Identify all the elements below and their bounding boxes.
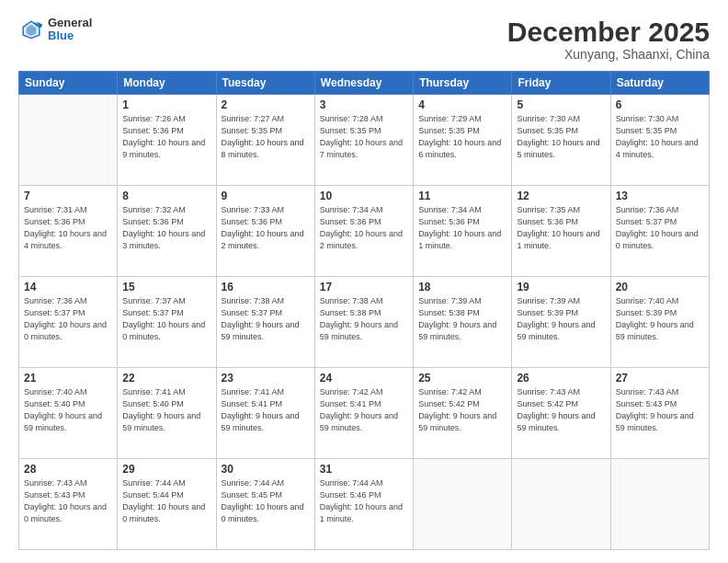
week-row-5: 28Sunrise: 7:43 AM Sunset: 5:43 PM Dayli… (19, 459, 710, 550)
day-number: 26 (517, 372, 605, 385)
day-cell: 23Sunrise: 7:41 AM Sunset: 5:41 PM Dayli… (216, 368, 314, 459)
weekday-tuesday: Tuesday (216, 72, 314, 95)
day-cell: 13Sunrise: 7:36 AM Sunset: 5:37 PM Dayli… (610, 186, 709, 277)
day-number: 24 (320, 372, 408, 385)
day-cell: 26Sunrise: 7:43 AM Sunset: 5:42 PM Dayli… (512, 368, 610, 459)
day-cell: 9Sunrise: 7:33 AM Sunset: 5:36 PM Daylig… (216, 186, 314, 277)
day-info: Sunrise: 7:42 AM Sunset: 5:42 PM Dayligh… (418, 386, 506, 434)
day-cell: 2Sunrise: 7:27 AM Sunset: 5:35 PM Daylig… (216, 95, 314, 186)
day-info: Sunrise: 7:40 AM Sunset: 5:40 PM Dayligh… (24, 386, 112, 434)
day-number: 8 (122, 190, 210, 202)
day-cell: 31Sunrise: 7:44 AM Sunset: 5:46 PM Dayli… (314, 459, 413, 550)
day-number: 31 (320, 463, 408, 476)
day-info: Sunrise: 7:26 AM Sunset: 5:36 PM Dayligh… (122, 113, 210, 161)
day-number: 13 (616, 190, 704, 202)
day-info: Sunrise: 7:44 AM Sunset: 5:44 PM Dayligh… (122, 477, 210, 525)
day-number: 28 (24, 463, 112, 476)
day-cell: 7Sunrise: 7:31 AM Sunset: 5:36 PM Daylig… (19, 186, 118, 277)
day-cell: 20Sunrise: 7:40 AM Sunset: 5:39 PM Dayli… (610, 277, 709, 368)
day-number: 5 (517, 98, 605, 111)
logo-blue: Blue (48, 29, 92, 42)
day-number: 9 (222, 190, 310, 202)
day-info: Sunrise: 7:30 AM Sunset: 5:35 PM Dayligh… (517, 113, 605, 161)
day-info: Sunrise: 7:37 AM Sunset: 5:37 PM Dayligh… (122, 295, 210, 343)
day-info: Sunrise: 7:41 AM Sunset: 5:41 PM Dayligh… (222, 386, 310, 434)
day-number: 19 (517, 281, 605, 293)
day-info: Sunrise: 7:33 AM Sunset: 5:36 PM Dayligh… (222, 204, 310, 252)
day-info: Sunrise: 7:34 AM Sunset: 5:36 PM Dayligh… (418, 204, 506, 252)
day-cell: 25Sunrise: 7:42 AM Sunset: 5:42 PM Dayli… (414, 368, 512, 459)
day-info: Sunrise: 7:44 AM Sunset: 5:45 PM Dayligh… (222, 477, 310, 525)
day-cell: 22Sunrise: 7:41 AM Sunset: 5:40 PM Dayli… (118, 368, 216, 459)
day-number: 15 (122, 281, 210, 293)
day-info: Sunrise: 7:43 AM Sunset: 5:42 PM Dayligh… (517, 386, 605, 434)
day-cell: 21Sunrise: 7:40 AM Sunset: 5:40 PM Dayli… (19, 368, 118, 459)
day-info: Sunrise: 7:40 AM Sunset: 5:39 PM Dayligh… (616, 295, 704, 343)
day-number: 21 (24, 372, 112, 385)
day-info: Sunrise: 7:32 AM Sunset: 5:36 PM Dayligh… (122, 204, 210, 252)
day-cell: 15Sunrise: 7:37 AM Sunset: 5:37 PM Dayli… (118, 277, 216, 368)
logo-text: General Blue (48, 17, 92, 43)
day-cell: 29Sunrise: 7:44 AM Sunset: 5:44 PM Dayli… (118, 459, 216, 550)
day-cell (512, 459, 610, 550)
day-info: Sunrise: 7:34 AM Sunset: 5:36 PM Dayligh… (320, 204, 408, 252)
day-number: 22 (122, 372, 210, 385)
day-cell: 24Sunrise: 7:42 AM Sunset: 5:41 PM Dayli… (314, 368, 413, 459)
day-number: 2 (222, 98, 310, 111)
day-cell: 27Sunrise: 7:43 AM Sunset: 5:43 PM Dayli… (610, 368, 709, 459)
day-number: 14 (24, 281, 112, 293)
day-number: 16 (222, 281, 310, 293)
day-info: Sunrise: 7:44 AM Sunset: 5:46 PM Dayligh… (320, 477, 408, 525)
day-cell: 19Sunrise: 7:39 AM Sunset: 5:39 PM Dayli… (512, 277, 610, 368)
month-title: December 2025 (507, 17, 710, 47)
day-number: 27 (616, 372, 704, 385)
day-cell: 5Sunrise: 7:30 AM Sunset: 5:35 PM Daylig… (512, 95, 610, 186)
day-cell: 4Sunrise: 7:29 AM Sunset: 5:35 PM Daylig… (414, 95, 512, 186)
day-number: 6 (616, 98, 704, 111)
day-info: Sunrise: 7:43 AM Sunset: 5:43 PM Dayligh… (24, 477, 112, 525)
day-cell: 6Sunrise: 7:30 AM Sunset: 5:35 PM Daylig… (610, 95, 709, 186)
day-cell: 17Sunrise: 7:38 AM Sunset: 5:38 PM Dayli… (314, 277, 413, 368)
day-info: Sunrise: 7:42 AM Sunset: 5:41 PM Dayligh… (320, 386, 408, 434)
day-number: 25 (418, 372, 506, 385)
day-cell: 14Sunrise: 7:36 AM Sunset: 5:37 PM Dayli… (19, 277, 118, 368)
weekday-saturday: Saturday (610, 72, 709, 95)
day-number: 30 (222, 463, 310, 476)
day-number: 29 (122, 463, 210, 476)
day-info: Sunrise: 7:31 AM Sunset: 5:36 PM Dayligh… (24, 204, 112, 252)
header: General Blue December 2025 Xunyang, Shaa… (18, 17, 710, 62)
day-number: 20 (616, 281, 704, 293)
day-number: 1 (122, 98, 210, 111)
day-number: 23 (222, 372, 310, 385)
location: Xunyang, Shaanxi, China (507, 47, 710, 62)
day-info: Sunrise: 7:38 AM Sunset: 5:38 PM Dayligh… (320, 295, 408, 343)
day-cell: 16Sunrise: 7:38 AM Sunset: 5:37 PM Dayli… (216, 277, 314, 368)
day-info: Sunrise: 7:36 AM Sunset: 5:37 PM Dayligh… (616, 204, 704, 252)
day-number: 3 (320, 98, 408, 111)
day-info: Sunrise: 7:41 AM Sunset: 5:40 PM Dayligh… (122, 386, 210, 434)
day-info: Sunrise: 7:43 AM Sunset: 5:43 PM Dayligh… (616, 386, 704, 434)
day-info: Sunrise: 7:38 AM Sunset: 5:37 PM Dayligh… (222, 295, 310, 343)
day-cell: 1Sunrise: 7:26 AM Sunset: 5:36 PM Daylig… (118, 95, 216, 186)
day-number: 11 (418, 190, 506, 202)
week-row-3: 14Sunrise: 7:36 AM Sunset: 5:37 PM Dayli… (19, 277, 710, 368)
day-number: 12 (517, 190, 605, 202)
week-row-2: 7Sunrise: 7:31 AM Sunset: 5:36 PM Daylig… (19, 186, 710, 277)
day-info: Sunrise: 7:29 AM Sunset: 5:35 PM Dayligh… (418, 113, 506, 161)
logo: General Blue (18, 17, 92, 43)
weekday-thursday: Thursday (414, 72, 512, 95)
day-cell: 10Sunrise: 7:34 AM Sunset: 5:36 PM Dayli… (314, 186, 413, 277)
day-cell: 3Sunrise: 7:28 AM Sunset: 5:35 PM Daylig… (314, 95, 413, 186)
day-number: 10 (320, 190, 408, 202)
logo-icon (18, 17, 44, 42)
day-info: Sunrise: 7:36 AM Sunset: 5:37 PM Dayligh… (24, 295, 112, 343)
weekday-monday: Monday (118, 72, 216, 95)
day-info: Sunrise: 7:35 AM Sunset: 5:36 PM Dayligh… (517, 204, 605, 252)
day-number: 18 (418, 281, 506, 293)
day-number: 4 (418, 98, 506, 111)
day-cell: 18Sunrise: 7:39 AM Sunset: 5:38 PM Dayli… (414, 277, 512, 368)
weekday-sunday: Sunday (19, 72, 118, 95)
logo-general: General (48, 17, 92, 29)
title-block: December 2025 Xunyang, Shaanxi, China (507, 17, 710, 62)
day-info: Sunrise: 7:30 AM Sunset: 5:35 PM Dayligh… (616, 113, 704, 161)
